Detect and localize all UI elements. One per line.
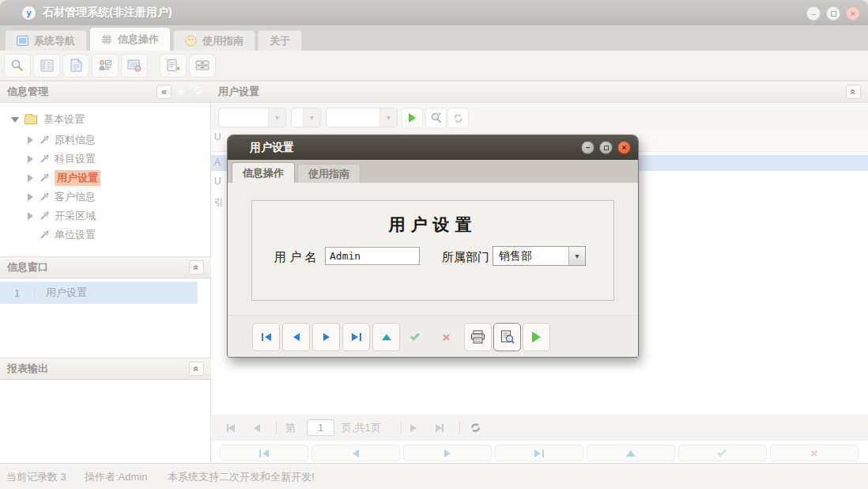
page-number-input[interactable] [307,419,334,436]
collapse-content-button[interactable]: « [846,85,861,99]
nav-last-button[interactable] [495,445,583,461]
tree-label-selected: 用户设置 [55,170,100,186]
nav-cancel-button[interactable]: × [770,445,859,461]
record-nav-row: × [211,445,868,462]
document-icon [70,59,82,72]
grid-icon [101,34,112,45]
document-button[interactable] [62,54,89,78]
record-next-button[interactable] [312,323,340,351]
dialog-body: 用户设置 用 户 名 所属部门 销售部 ▾ [228,183,638,315]
tool-icon [40,211,49,221]
expand-arrow-icon[interactable] [28,155,33,163]
tree-item-mining-area[interactable]: 开采区域 [0,207,211,225]
dialog-tab-info-operation[interactable]: 信息操作 [232,162,295,183]
nav-confirm-button[interactable] [678,445,767,461]
expand-arrow-icon[interactable] [28,193,33,201]
tab-info-operation[interactable]: 信息操作 [89,27,171,51]
grid-text-fragment: U [214,131,221,142]
doc-add-button[interactable] [160,54,187,78]
tree-item-unit-settings[interactable]: 单位设置 [0,226,211,244]
filter-field-combobox[interactable]: ▾ [218,108,286,127]
chevron-down-icon[interactable]: ▾ [303,108,320,127]
dialog-tab-user-guide[interactable]: 使用指南 [297,164,360,183]
record-last-button[interactable] [342,323,370,351]
dialog-title: 用户设置 [250,141,294,155]
prev-page-button[interactable] [254,415,260,441]
collapse-sidebar-button[interactable]: « [157,85,172,99]
record-prev-button[interactable] [282,323,310,351]
print-preview-button[interactable] [493,323,521,351]
record-first-button[interactable] [252,323,280,351]
caret-down-icon[interactable] [11,117,19,123]
nav-first-button[interactable] [220,445,308,461]
grid-text-fragment: A [214,157,221,168]
username-input[interactable] [325,247,420,265]
panel-title: 信息窗口 [7,260,48,275]
last-page-button[interactable] [436,415,443,441]
tool-icon [40,230,49,240]
tree-item-raw-material[interactable]: 原料信息 [0,131,211,149]
report-button[interactable] [33,54,60,78]
dialog-minimize-button[interactable]: – [581,141,594,154]
tab-user-guide[interactable]: 使用指南 [173,30,255,51]
content-panel-title: 用户设置 [218,85,259,99]
department-value: 销售部 [499,249,532,263]
expand-arrow-icon[interactable] [28,136,33,144]
first-page-button[interactable] [227,415,235,441]
tab-label: 关于 [270,34,290,48]
pagination-bar: 第 页,共1页 [211,415,868,441]
minimize-button[interactable]: – [806,6,821,21]
refresh-icon[interactable] [193,84,204,100]
print-button[interactable] [464,323,492,351]
search-button[interactable] [4,54,31,78]
record-cancel-button[interactable]: × [432,323,460,351]
refresh-icon [470,422,481,434]
add-icon[interactable]: + [177,84,185,100]
open-window-list-item[interactable]: 1 用户设置 [0,282,198,304]
record-edit-button[interactable] [372,323,400,351]
dialog-titlebar[interactable]: 用户设置 – × [228,135,638,160]
run-filter-button[interactable] [402,108,423,128]
info-window-panel-header[interactable]: 信息窗口 « [0,256,211,279]
tree-item-subject-settings[interactable]: 科目设置 [0,150,211,168]
maximize-icon [831,11,836,17]
filter-operator-combobox[interactable]: ▾ [291,108,321,127]
chevron-down-icon[interactable]: ▾ [379,108,397,127]
archive-button[interactable] [189,54,216,78]
refresh-grid-button[interactable] [470,415,481,441]
close-button[interactable]: × [846,6,860,21]
nav-edit-button[interactable] [587,445,675,461]
maximize-button[interactable] [826,6,840,21]
execute-button[interactable] [523,323,550,351]
tree-item-customer-info[interactable]: 客户信息 [0,188,211,206]
window-titlebar: y 石材管理系统(非注册用户) – × [0,0,868,25]
screen-button[interactable] [121,54,148,78]
tool-icon [40,173,49,183]
form-heading: 用户设置 [252,214,613,236]
next-page-button[interactable] [410,415,417,441]
chevron-down-icon[interactable]: ▾ [268,108,285,127]
expand-arrow-icon[interactable] [28,174,33,182]
advanced-search-button[interactable] [425,108,447,128]
nav-prev-button[interactable] [311,445,400,461]
nav-next-button[interactable] [403,445,492,461]
tool-icon [40,154,49,164]
collapse-panel-button[interactable]: « [189,260,204,275]
expand-arrow-icon[interactable] [28,212,33,220]
info-management-panel-header[interactable]: 信息管理 « + [0,81,211,103]
chevron-up-icon: « [849,89,859,95]
filter-value-combobox[interactable]: ▾ [326,108,398,127]
tree-item-user-settings[interactable]: 用户设置 [0,169,211,187]
record-confirm-button[interactable] [402,323,430,351]
tab-system-nav[interactable]: 系统导航 [5,30,87,51]
tree-node-basic-settings[interactable]: 基本设置 [0,111,211,128]
refresh-filter-button[interactable] [447,108,469,128]
user-chart-button[interactable] [92,54,119,78]
dialog-close-button[interactable]: × [617,141,631,154]
department-combobox[interactable]: 销售部 ▾ [492,246,586,266]
tab-about[interactable]: 关于 [258,30,302,51]
report-output-panel-header[interactable]: 报表输出 « [0,358,211,380]
chevron-down-icon[interactable]: ▾ [568,247,585,265]
collapse-panel-button[interactable]: « [189,362,204,376]
dialog-maximize-button[interactable] [599,141,613,154]
